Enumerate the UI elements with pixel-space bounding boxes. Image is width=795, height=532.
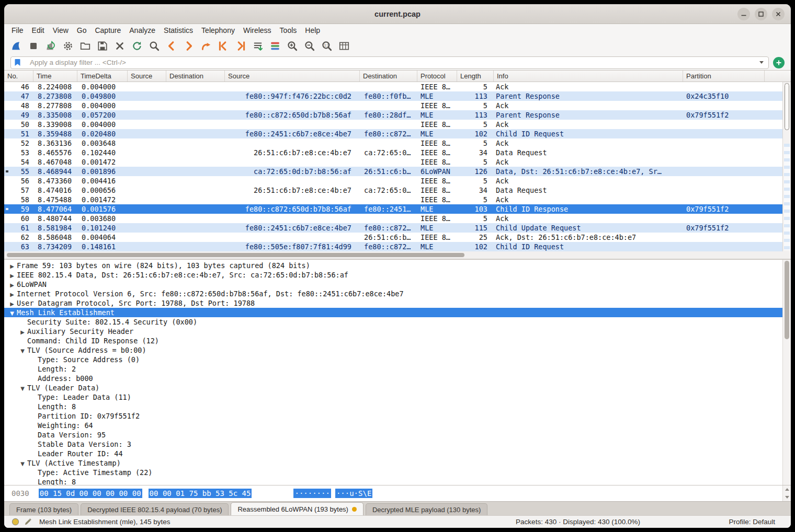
detail-line[interactable]: Type: Leader Data (11) [4,392,782,402]
collapse-arrow-icon[interactable]: ▼ [7,309,17,318]
hscrollbar-thumb[interactable] [7,253,464,257]
packet-row-61[interactable]: 618.5819840.101240fe80::2451:c6b7:e8ce:4… [4,223,782,233]
packet-row-60[interactable]: 608.4807440.003680IEEE 8…5Ack [4,214,782,223]
detail-line[interactable]: Length: 8 [4,477,782,485]
detail-line[interactable]: ▶User Datagram Protocol, Src Port: 19788… [4,298,782,308]
column-header-time[interactable]: Time [33,71,77,82]
restart-capture-button[interactable] [43,39,59,53]
menu-statistics[interactable]: Statistics [160,24,197,37]
detail-line[interactable]: Weighting: 64 [4,421,782,430]
packet-row-54[interactable]: 548.4670480.001472IEEE 8…5Ack [4,157,782,167]
packet-row-52[interactable]: 528.3631360.003648IEEE 8…5Ack [4,138,782,148]
packet-row-58[interactable]: 588.4754880.001472IEEE 8…5Ack [4,195,782,204]
column-header-destination[interactable]: Destination [166,71,225,82]
maximize-button[interactable] [755,8,767,20]
open-file-button[interactable] [77,39,93,53]
go-back-button[interactable] [164,39,179,53]
menu-view[interactable]: View [49,24,73,37]
capture-comment-pencil-icon[interactable] [24,518,32,526]
detail-line[interactable]: ▼TLV (Leader Data) [4,383,782,392]
expert-info-icon[interactable] [12,518,19,526]
packet-row-51[interactable]: 518.3594880.020480fe80::2451:c6b7:e8ce:4… [4,129,782,138]
detail-line[interactable]: Type: Source Address (0) [4,355,782,364]
detail-line[interactable]: Partition ID: 0x79f551f2 [4,411,782,421]
save-file-button[interactable] [95,39,110,53]
column-header-destination[interactable]: Destination [360,71,417,82]
auto-scroll-button[interactable] [250,39,266,53]
column-header-partition[interactable]: Partition [683,71,765,82]
hex-bytes-group2[interactable]: 00 00 01 75 bb 53 5c 45 [149,489,252,498]
menu-help[interactable]: Help [301,24,324,37]
column-header-info[interactable]: Info [494,71,683,82]
start-capture-button[interactable] [8,39,24,53]
menu-telephony[interactable]: Telephony [197,24,239,37]
menu-capture[interactable]: Capture [90,24,125,37]
minimize-button[interactable] [737,8,750,20]
status-profile[interactable]: Profile: Default [729,518,775,526]
scrollbar-thumb[interactable] [785,83,789,130]
detail-line[interactable]: ▶Frame 59: 103 bytes on wire (824 bits),… [4,261,782,270]
column-header-source[interactable]: Source [128,71,166,82]
byte-view-tab[interactable]: Frame (103 bytes) [9,503,78,515]
ascii-group2[interactable]: ···u·S\E [335,489,372,498]
zoom-original-button[interactable]: 1:1 [319,39,335,53]
go-last-button[interactable] [233,39,248,53]
colorize-button[interactable] [267,39,283,53]
detail-line[interactable]: ▼TLV (Active Timestamp) [4,458,782,468]
column-header-timedelta[interactable]: TimeDelta [77,71,128,82]
scroll-up-icon[interactable] [785,488,789,491]
packet-list-hscrollbar[interactable] [4,251,791,259]
close-button[interactable] [772,8,785,20]
detail-line[interactable]: ▶Auxiliary Security Header [4,327,782,336]
display-filter-input[interactable]: Apply a display filter ... <Ctrl-/> [10,56,769,69]
menu-analyze[interactable]: Analyze [125,24,160,37]
find-packet-button[interactable] [146,39,162,53]
menu-wireless[interactable]: Wireless [239,24,276,37]
detail-line[interactable]: Address: b000 [4,374,782,383]
zoom-out-button[interactable] [302,39,317,53]
packet-row-49[interactable]: 498.3350080.057200fe80::c872:650d:b7b8:5… [4,110,782,120]
zoom-in-button[interactable] [285,39,300,53]
packet-row-50[interactable]: 508.3390080.004000IEEE 8…5Ack [4,120,782,129]
packet-row-46[interactable]: 468.2240080.004000IEEE 8…5Ack [4,82,782,91]
go-first-button[interactable] [215,39,231,53]
packet-row-53[interactable]: 538.4655760.10244026:51:c6:b7:e8:ce:4b:e… [4,148,782,157]
packet-row-63[interactable]: 638.7342090.148161fe80::505e:f807:7f81:4… [4,242,782,251]
hex-scrollbar[interactable] [782,485,791,501]
column-header-protocol[interactable]: Protocol [417,71,457,82]
capture-options-button[interactable] [60,39,76,53]
packet-row-55[interactable]: 558.4689440.001896ca:72:65:0d:b7:b8:56:a… [4,167,782,176]
byte-view-tab[interactable]: Reassembled 6LoWPAN (193 bytes) [231,502,363,515]
ascii-group1[interactable]: ········ [293,489,331,498]
reload-file-button[interactable] [129,39,145,53]
column-header-length[interactable]: Length [457,71,494,82]
scroll-down-icon[interactable] [785,496,789,499]
detail-line[interactable]: Data Version: 95 [4,430,782,440]
detail-line[interactable]: ▶6LoWPAN [4,280,782,289]
detail-line[interactable]: Length: 8 [4,402,782,411]
menu-file[interactable]: File [7,24,28,37]
titlebar[interactable]: current.pcap [4,4,791,24]
hex-bytes-group1[interactable]: 00 15 0d 00 00 00 00 00 [39,489,142,498]
filter-dropdown-button[interactable] [755,57,768,68]
packet-list-scrollbar[interactable] [782,82,791,251]
packet-row-48[interactable]: 488.2778080.004000IEEE 8…5Ack [4,101,782,110]
go-to-packet-button[interactable] [198,39,214,53]
detail-line[interactable]: Command: Child ID Response (12) [4,336,782,345]
packet-row-56[interactable]: 568.4733600.004416IEEE 8…5Ack [4,176,782,186]
detail-line[interactable]: ▼TLV (Source Address = b0:00) [4,345,782,355]
menu-tools[interactable]: Tools [276,24,301,37]
detail-line[interactable]: Stable Data Version: 3 [4,440,782,449]
detail-line[interactable]: ▼Mesh Link Establishment [4,308,782,317]
expand-arrow-icon[interactable]: ▶ [18,328,27,337]
column-header-source[interactable]: Source [225,71,360,82]
collapse-arrow-icon[interactable]: ▼ [18,459,27,469]
byte-view-tab[interactable]: Decrypted MLE payload (130 bytes) [366,503,487,515]
menu-edit[interactable]: Edit [28,24,49,37]
packet-row-59[interactable]: 598.4770640.001576fe80::c872:650d:b7b8:5… [4,204,782,214]
resize-columns-button[interactable] [336,39,352,53]
packet-row-62[interactable]: 628.5860480.00406426:51:c6:b…IEEE 8…25Ac… [4,233,782,242]
details-scrollbar[interactable] [782,260,791,485]
collapse-arrow-icon[interactable]: ▼ [18,384,27,394]
filter-bookmark-icon[interactable] [14,58,22,67]
